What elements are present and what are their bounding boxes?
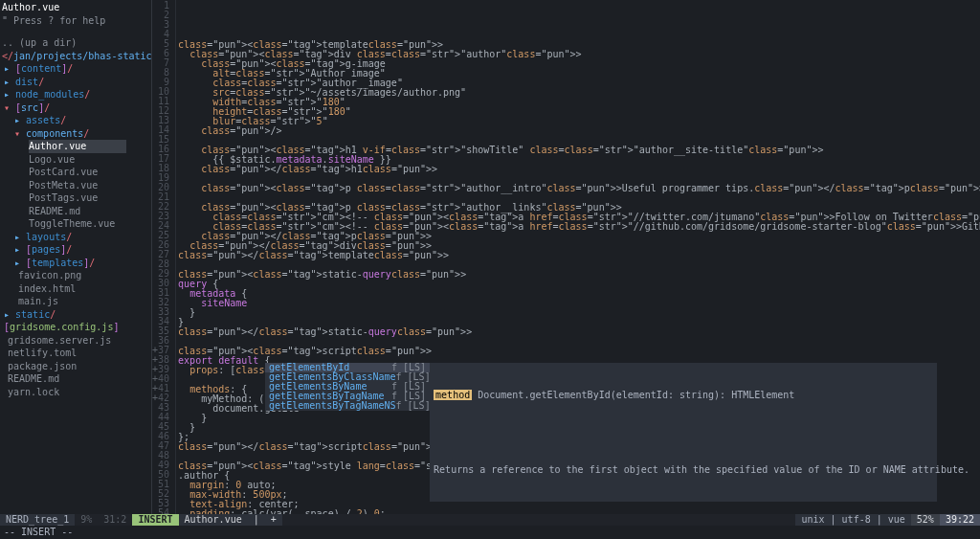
code-line[interactable]: class="pun"><class="tag">p class=class="… — [178, 184, 980, 193]
code-line[interactable]: width=class="str">"180" — [178, 98, 980, 107]
tree-item[interactable]: ▸ [templates]/ — [2, 257, 151, 270]
code-line[interactable]: class="pun"></class="tag">static-querycl… — [178, 327, 980, 337]
status-spacer — [282, 514, 796, 526]
tree-item[interactable]: package.json — [2, 360, 151, 373]
code-line[interactable]: blur=class="str">"5" — [178, 117, 980, 126]
tree-item[interactable]: favicon.png — [2, 269, 151, 282]
status-percent: 52% — [911, 514, 940, 526]
code-line[interactable]: class="pun"></class="tag">templateclass=… — [178, 251, 980, 260]
status-nerd-pos: 31:2 — [98, 514, 132, 526]
code-line[interactable]: class="pun">/> — [178, 126, 980, 136]
completion-popup[interactable]: getElementByIdf [LS]getElementsByClassNa… — [265, 363, 430, 411]
tree-item[interactable]: ▸ assets/ — [2, 114, 151, 127]
code-line[interactable]: class="pun"></class="tag">h1class="pun">… — [178, 165, 980, 174]
tree-up-dir[interactable]: .. (up a dir) — [2, 36, 151, 50]
code-line[interactable] — [178, 337, 980, 347]
tree-item[interactable]: ▸ [content]/ — [2, 62, 151, 76]
tree-item[interactable]: ▸ [pages]/ — [2, 243, 151, 257]
completion-item[interactable]: getElementsByTagNameNSf [LS] — [265, 401, 430, 411]
code-line[interactable]: class="pun"><class="tag">g-image — [178, 59, 980, 69]
code-line[interactable]: src=class="str">"~/assets/images/author.… — [178, 88, 980, 98]
tree-item[interactable]: index.html — [2, 282, 151, 296]
code-line[interactable]: alt=class="str">"Author image" — [178, 69, 980, 79]
status-line: NERD_tree_1 9% 31:2 INSERT Author.vue | … — [0, 514, 980, 526]
tree-item[interactable]: ▾ components/ — [2, 127, 151, 141]
line-number-gutter: 1234567891011121314151617181920212223242… — [158, 0, 175, 514]
status-position: 39:22 — [940, 514, 980, 526]
status-nerd-pct: 9% — [75, 514, 98, 526]
tree-item[interactable]: PostCard.vue — [2, 166, 151, 179]
status-nerdtree: NERD_tree_1 — [0, 514, 75, 526]
tree-item[interactable]: PostMeta.vue — [2, 179, 151, 192]
code-line[interactable]: class="pun"><class="tag">templateclass="… — [178, 40, 980, 50]
tree-item[interactable]: gridsome.server.js — [2, 334, 151, 348]
code-line[interactable]: query { — [178, 280, 980, 289]
tree-item[interactable]: yarn.lock — [2, 386, 151, 399]
code-line[interactable]: class="pun"><class="tag">static-querycla… — [178, 270, 980, 280]
code-line[interactable]: metadata { — [178, 289, 980, 299]
tree-item[interactable]: netlify.toml — [2, 347, 151, 360]
doc-signature: Document.getElementById(elementId: strin… — [472, 390, 794, 400]
status-filename: Author.vue | + — [179, 514, 282, 526]
code-line[interactable]: } — [178, 318, 980, 327]
tree-item[interactable]: ▸ dist/ — [2, 76, 151, 89]
code-line[interactable]: height=class="str">"180" — [178, 107, 980, 117]
code-area[interactable]: class="pun"><class="tag">templateclass="… — [175, 0, 980, 514]
doc-tag: method — [434, 390, 472, 400]
command-line: -- INSERT -- — [0, 526, 980, 539]
code-line[interactable]: siteName — [178, 299, 980, 308]
tree-item[interactable]: README.md — [2, 205, 151, 218]
code-line[interactable]: class=class="str">"author__image" — [178, 79, 980, 88]
file-tree[interactable]: Author.vue " Press ? for help .. (up a d… — [0, 0, 152, 514]
tree-item[interactable]: ToggleTheme.vue — [2, 217, 151, 231]
completion-doc-popup: method Document.getElementById(elementId… — [430, 363, 937, 502]
editor-pane[interactable]: ++++++ 123456789101112131415161718192021… — [152, 0, 980, 514]
code-line[interactable]: class="pun"><class="tag">scriptclass="pu… — [178, 347, 980, 356]
status-mode: INSERT — [132, 514, 178, 526]
tree-item[interactable]: PostTags.vue — [2, 191, 151, 205]
tree-item[interactable]: Logo.vue — [2, 153, 151, 167]
doc-body: Returns a reference to the first object … — [434, 463, 933, 477]
code-line[interactable]: class="pun"></class="tag">divclass="pun"… — [178, 241, 980, 251]
code-line[interactable]: } — [178, 308, 980, 318]
status-fileinfo: unix | utf-8 | vue — [795, 514, 910, 526]
tree-item[interactable]: Author.vue — [2, 140, 151, 153]
code-line[interactable] — [178, 260, 980, 270]
tree-item[interactable]: ▸ static/ — [2, 308, 151, 322]
file-tree-title: Author.vue — [2, 1, 151, 14]
tree-item[interactable]: [gridsome.config.js] — [2, 321, 151, 334]
tree-item[interactable]: ▾ [src]/ — [2, 101, 151, 115]
tree-item[interactable]: ▸ node_modules/ — [2, 88, 151, 101]
file-tree-help: " Press ? for help — [2, 14, 151, 28]
tree-item[interactable]: main.js — [2, 295, 151, 308]
tree-root-path: </jan/projects/bhas-static/ — [2, 50, 151, 63]
tree-item[interactable]: ▸ layouts/ — [2, 231, 151, 244]
code-line[interactable]: padding: calc(var(--space) / 2) 0; — [178, 509, 980, 515]
tree-item[interactable]: README.md — [2, 372, 151, 386]
